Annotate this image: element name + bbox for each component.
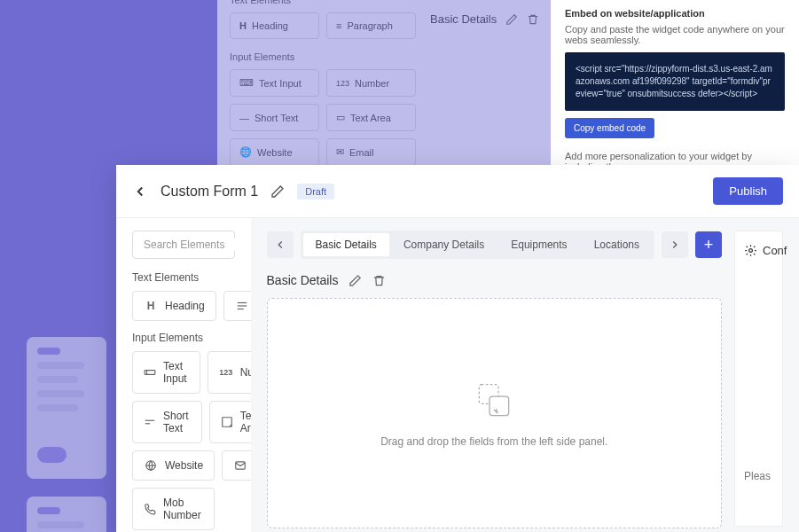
edit-section-button[interactable]	[349, 274, 362, 287]
element-text-input[interactable]: Text Input	[132, 351, 200, 394]
gear-icon	[744, 244, 757, 257]
text-input-icon: ⌨	[239, 77, 254, 89]
bg-embed-panel: Embed on website/application Copy and pa…	[551, 0, 799, 184]
tab-basic-details[interactable]: Basic Details	[303, 233, 389, 256]
form-dropzone[interactable]: Drag and drop the fields from the left s…	[267, 298, 722, 528]
tab-locations[interactable]: Locations	[582, 233, 652, 256]
heading-icon: H	[144, 300, 158, 312]
number-icon: 123	[219, 368, 233, 377]
phone-icon	[144, 503, 156, 515]
paragraph-icon	[235, 300, 249, 312]
bg-form-title: Basic Details	[430, 12, 497, 26]
form-title: Custom Form 1	[161, 184, 258, 200]
text-area-icon: ▭	[336, 112, 345, 123]
globe-icon: 🌐	[239, 146, 252, 158]
embed-desc: Copy and paste the widget code anywhere …	[565, 24, 785, 45]
tabs-next-button[interactable]	[662, 231, 688, 258]
heading-icon: H	[239, 20, 247, 31]
bg-input-elements-title: Input Elements	[230, 51, 416, 62]
email-icon: ✉	[336, 146, 344, 158]
search-input[interactable]	[144, 239, 251, 251]
element-number[interactable]: 123Number	[208, 351, 251, 394]
draft-badge: Draft	[297, 184, 334, 200]
number-icon: 123	[336, 79, 349, 88]
embed-title: Embed on website/application	[565, 8, 705, 19]
short-text-icon: —	[239, 113, 249, 123]
tab-company-details[interactable]: Company Details	[391, 233, 497, 256]
publish-button[interactable]: Publish	[713, 177, 783, 205]
bg-el-email: ✉Email	[326, 138, 416, 166]
bg-card-1	[27, 337, 106, 479]
svg-rect-22	[490, 396, 509, 416]
edit-icon	[505, 13, 518, 26]
element-text-area[interactable]: Text Area	[209, 401, 251, 443]
bg-el-text-area: ▭Text Area	[326, 104, 416, 131]
bg-el-heading: HHeading	[230, 12, 319, 39]
section-title: Basic Details	[267, 273, 339, 287]
config-title: Conf	[763, 244, 787, 257]
copy-embed-button: Copy embed code	[565, 118, 654, 138]
embed-code: <script src="https://zippyform-dist.s3.u…	[565, 52, 785, 111]
config-placeholder: Pleas	[744, 470, 773, 482]
svg-point-23	[749, 249, 753, 253]
form-tabs: Basic Details Company Details Equipments…	[267, 231, 722, 259]
element-mob-number[interactable]: Mob Number	[132, 488, 215, 530]
main-canvas-area: Basic Details Company Details Equipments…	[251, 218, 799, 532]
back-button[interactable]	[132, 184, 148, 200]
search-elements[interactable]	[132, 231, 235, 259]
tab-equipments[interactable]: Equipments	[498, 233, 579, 256]
section-text-elements: Text Elements	[132, 271, 235, 284]
tabs-prev-button[interactable]	[267, 231, 294, 258]
element-paragraph[interactable]: Paragraph	[223, 291, 251, 321]
form-builder-window: Custom Form 1 Draft Publish Text Element…	[116, 165, 799, 532]
dropzone-text: Drag and drop the fields from the left s…	[380, 435, 607, 448]
globe-icon	[144, 459, 158, 472]
element-website[interactable]: Website	[132, 450, 215, 481]
text-input-icon	[144, 366, 156, 379]
header: Custom Form 1 Draft Publish	[116, 165, 799, 218]
add-tab-button[interactable]: +	[695, 231, 722, 258]
element-heading[interactable]: HHeading	[132, 291, 216, 321]
bg-card-2	[27, 497, 106, 532]
bg-text-elements-title: Text Elements	[230, 0, 416, 5]
short-text-icon	[144, 416, 156, 428]
elements-sidebar: Text Elements HHeading Paragraph Input E…	[116, 218, 251, 532]
bg-el-website: 🌐Website	[230, 138, 319, 166]
config-panel: Conf Pleas	[734, 231, 783, 527]
paragraph-icon: ≡	[336, 20, 341, 31]
section-input-elements: Input Elements	[132, 332, 235, 344]
dropzone-icon	[472, 379, 516, 423]
element-email[interactable]: Email	[222, 450, 250, 481]
edit-title-button[interactable]	[270, 184, 285, 199]
bg-el-short-text: —Short Text	[230, 104, 319, 131]
text-area-icon	[221, 416, 233, 428]
delete-section-button[interactable]	[372, 274, 386, 287]
bg-el-number: 123Number	[326, 69, 416, 97]
trash-icon	[527, 13, 539, 26]
element-short-text[interactable]: Short Text	[132, 401, 202, 443]
bg-el-text-input: ⌨Text Input	[230, 69, 319, 97]
email-icon	[233, 459, 247, 472]
bg-el-paragraph: ≡Paragraph	[326, 12, 416, 39]
